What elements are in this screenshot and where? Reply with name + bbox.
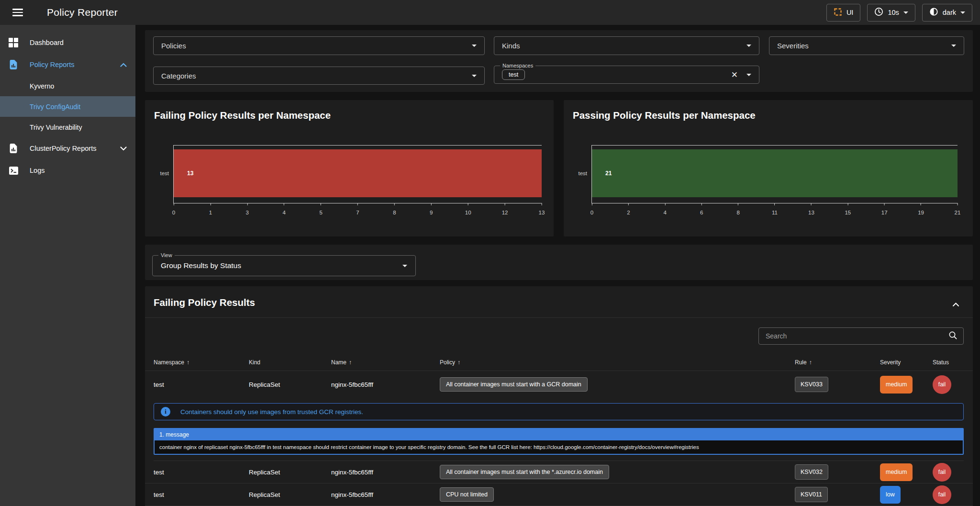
app-title: Policy Reporter <box>47 7 118 18</box>
categories-filter[interactable]: Categories <box>153 67 485 85</box>
x-axis-tick: 10 <box>465 203 471 215</box>
column-header-namespace[interactable]: Namespace↑ <box>154 359 249 366</box>
rule-chip[interactable]: KSV033 <box>795 377 828 392</box>
sidebar-item-policy-reports[interactable]: Policy Reports <box>0 54 135 76</box>
cell-namespace: test <box>154 381 249 388</box>
failing-results-card: Failing Policy Results Namespace↑ Kind N… <box>145 286 973 506</box>
chevron-down-icon <box>402 265 407 267</box>
x-axis-tick: 8 <box>393 203 396 215</box>
status-badge: fail <box>933 463 951 482</box>
rule-chip[interactable]: KSV032 <box>795 464 828 480</box>
clear-icon[interactable]: ✕ <box>729 71 740 79</box>
y-axis-category-label: test <box>578 170 587 176</box>
filters-card: Policies Kinds Severities Categories Nam… <box>145 30 973 92</box>
chevron-down-icon <box>746 74 751 76</box>
search-input[interactable] <box>759 332 948 340</box>
sidebar-item-label: Kyverno <box>30 82 54 90</box>
cell-kind: ReplicaSet <box>249 469 331 476</box>
chart-title: Passing Policy Results per Namespace <box>573 110 756 121</box>
x-axis-tick: 19 <box>918 203 924 215</box>
sidebar-item-kyverno[interactable]: Kyverno <box>0 76 135 96</box>
ui-version-button[interactable]: UI <box>826 4 861 22</box>
policy-description-banner: i Containers should only use images from… <box>154 403 964 420</box>
info-icon: i <box>161 407 170 416</box>
sidebar-item-label: Dashboard <box>30 39 64 46</box>
ui-frame-icon <box>834 8 842 18</box>
view-select[interactable]: View Group Results by Status <box>152 255 416 276</box>
chevron-down-icon <box>903 11 908 14</box>
chevron-down-icon <box>746 45 751 47</box>
namespaces-filter[interactable]: Namespaces test ✕ <box>494 66 759 84</box>
chevron-down-icon <box>472 45 477 47</box>
table-row[interactable]: test ReplicaSet nginx-5fbc65fff CPU not … <box>145 484 973 506</box>
view-select-label: View <box>158 252 175 259</box>
bar-failing: 13 <box>174 149 542 197</box>
y-axis-category-label: test <box>160 170 169 176</box>
kinds-filter[interactable]: Kinds <box>494 36 759 55</box>
ui-button-label: UI <box>846 9 854 16</box>
sidebar-item-trivy-vulnerability[interactable]: Trivy Vulnerability <box>0 117 135 137</box>
file-chart-icon <box>8 59 19 70</box>
cell-namespace: test <box>154 469 249 476</box>
clock-icon <box>874 7 883 18</box>
sidebar-item-logs[interactable]: Logs <box>0 159 135 181</box>
severities-filter-label: Severities <box>777 42 809 50</box>
x-axis-tick: 8 <box>736 203 739 215</box>
x-axis-tick: 5 <box>319 203 322 215</box>
file-chart-icon <box>8 143 19 154</box>
table-row[interactable]: test ReplicaSet nginx-5fbc65fff All cont… <box>145 371 973 398</box>
column-header-status[interactable]: Status <box>933 359 964 366</box>
rule-chip[interactable]: KSV011 <box>795 487 828 502</box>
message-block: 1. message container nginx of replicaset… <box>154 428 964 455</box>
x-axis-tick: 15 <box>845 203 851 215</box>
cell-name: nginx-5fbc65fff <box>331 469 440 476</box>
column-header-policy[interactable]: Policy↑ <box>440 359 795 366</box>
sidebar-item-label: ClusterPolicy Reports <box>30 145 96 152</box>
refresh-interval-select[interactable]: 10s <box>867 4 915 22</box>
theme-select[interactable]: dark <box>922 4 972 22</box>
theme-contrast-icon <box>929 7 938 18</box>
bar-value-label: 13 <box>187 170 193 177</box>
kinds-filter-label: Kinds <box>502 42 520 50</box>
chevron-down-icon <box>472 75 477 77</box>
column-header-rule[interactable]: Rule↑ <box>795 359 880 366</box>
search-icon[interactable] <box>948 331 958 342</box>
collapse-section-button[interactable] <box>950 299 961 310</box>
policy-chip[interactable]: CPU not limited <box>440 487 494 502</box>
bar-passing: 21 <box>592 149 958 197</box>
x-axis-tick: 17 <box>881 203 888 215</box>
chevron-down-icon <box>951 45 956 47</box>
x-axis-tick: 3 <box>246 203 249 215</box>
search-field[interactable] <box>758 327 964 345</box>
x-axis-tick: 13 <box>808 203 814 215</box>
table-row[interactable]: test ReplicaSet nginx-5fbc65fff All cont… <box>145 461 973 484</box>
view-select-value: Group Results by Status <box>161 261 241 270</box>
x-axis-ticks: 02468111315171921 <box>592 203 958 219</box>
column-header-kind[interactable]: Kind <box>249 359 331 366</box>
cell-namespace: test <box>154 491 249 498</box>
severities-filter[interactable]: Severities <box>769 36 964 55</box>
policies-filter[interactable]: Policies <box>153 36 485 55</box>
column-header-severity[interactable]: Severity <box>880 359 933 366</box>
sidebar-item-label: Trivy ConfigAudit <box>30 103 80 111</box>
status-badge: fail <box>933 375 951 394</box>
policy-chip[interactable]: All container images must start with the… <box>440 465 609 479</box>
namespace-chip[interactable]: test <box>502 69 525 80</box>
x-axis-tick: 9 <box>430 203 433 215</box>
view-card: View Group Results by Status <box>145 245 973 280</box>
column-header-name[interactable]: Name↑ <box>331 359 440 366</box>
sidebar-item-trivy-configaudit[interactable]: Trivy ConfigAudit <box>0 96 135 117</box>
status-badge: fail <box>933 485 951 504</box>
top-app-bar: Policy Reporter UI 10s dark <box>0 0 980 25</box>
policy-chip[interactable]: All container images must start with a G… <box>440 377 588 392</box>
x-axis-tick: 1 <box>209 203 212 215</box>
bar-chart-plot: test 21 02468111315171921 <box>591 145 958 203</box>
chart-title: Failing Policy Results per Namespace <box>154 110 331 121</box>
severity-badge: medium <box>880 376 913 394</box>
sidebar-item-clusterpolicy-reports[interactable]: ClusterPolicy Reports <box>0 137 135 159</box>
chevron-down-icon <box>960 11 965 14</box>
x-axis-tick: 12 <box>502 203 508 215</box>
menu-icon[interactable] <box>12 7 24 18</box>
sidebar-item-dashboard[interactable]: Dashboard <box>0 32 135 54</box>
x-axis-tick: 7 <box>356 203 359 215</box>
